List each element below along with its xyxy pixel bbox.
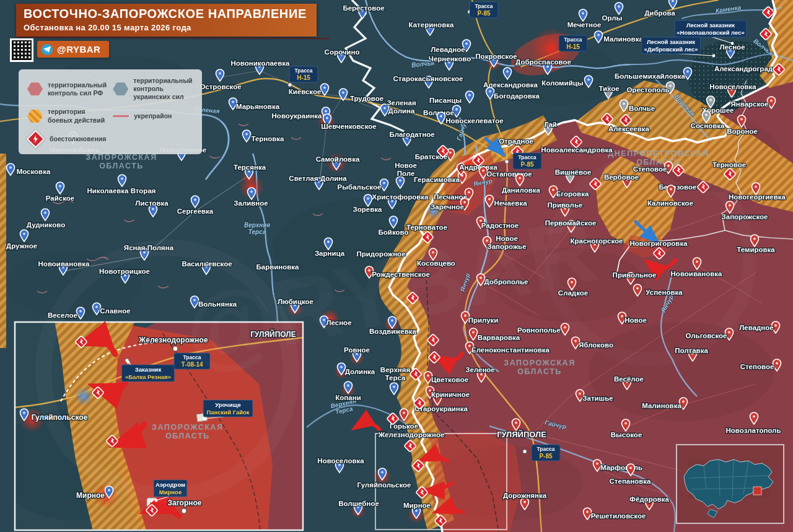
town-label: Волшебное bbox=[338, 500, 379, 507]
svg-text:Трасса: Трасса bbox=[183, 354, 201, 360]
town-label: Берестовое bbox=[343, 4, 384, 12]
svg-text:«Балка Резная»: «Балка Резная» bbox=[125, 373, 171, 380]
town-label: Новогеоргиевка bbox=[729, 193, 786, 201]
town-label: Егоровка bbox=[556, 190, 589, 198]
town-label: ГУЛЯЙПОЛЕ bbox=[250, 329, 296, 339]
town: Железнодорожное bbox=[378, 431, 445, 438]
combat-zone-icon bbox=[27, 110, 43, 123]
town-label: Красногорское bbox=[571, 237, 623, 245]
town-label: Новоселовка bbox=[709, 83, 756, 90]
town-label: Новоскелеватое bbox=[445, 117, 503, 124]
town-label: Гуляйпольское bbox=[357, 481, 411, 489]
svg-text:«Дибровский лес»: «Дибровский лес» bbox=[644, 46, 698, 53]
town-label: Сладкое bbox=[558, 289, 588, 297]
town-label: Писанцы bbox=[429, 97, 462, 104]
town-label: Даниловка bbox=[502, 186, 541, 194]
town-label: Левадное bbox=[431, 46, 465, 53]
svg-text:Трасса: Трасса bbox=[518, 154, 536, 160]
rybar-banner[interactable]: @RYBAR bbox=[37, 41, 109, 58]
town-label: Первомайское bbox=[545, 219, 597, 227]
svg-text:Р-85: Р-85 bbox=[520, 161, 534, 168]
town-label: Сергеевка bbox=[177, 207, 214, 215]
town-label: Зеленое bbox=[465, 366, 495, 373]
town-label: Еленоконстантиновка bbox=[471, 346, 550, 354]
title-block: ВОСТОЧНО-ЗАПОРОЖСКОЕ НАПРАВЛЕНИЕ Обстано… bbox=[16, 4, 317, 37]
svg-text:Аэродром: Аэродром bbox=[156, 481, 185, 488]
town-label: Затишье bbox=[582, 395, 613, 402]
town-label: ГУЛЯЙПОЛЕ bbox=[497, 430, 546, 439]
town-label: Коломийцы bbox=[541, 79, 584, 87]
town-label: Ясная Поляна bbox=[124, 244, 174, 251]
town-label: Александроград bbox=[714, 65, 773, 72]
town: Барвиновка bbox=[256, 263, 299, 271]
town-label: Мечетное bbox=[567, 21, 602, 28]
junction-dot bbox=[505, 160, 509, 164]
town-label: Славное bbox=[100, 307, 130, 315]
town-label: Терновое bbox=[712, 161, 746, 168]
town-label: Заречное bbox=[431, 203, 464, 211]
town-label: Решетиловское bbox=[591, 512, 646, 520]
town-label: Сосновка bbox=[691, 122, 725, 129]
town: Терновое bbox=[712, 161, 746, 168]
town-label: Вишнёвое bbox=[555, 168, 592, 176]
town-label: Новониколаевка bbox=[231, 59, 291, 67]
blue-glow bbox=[74, 387, 93, 406]
road-sign: ТрассаТ-08-14 bbox=[174, 353, 210, 369]
river-label: Верхняя bbox=[244, 222, 270, 229]
town-label: Нечаевка bbox=[494, 199, 527, 207]
town-label: Калиновское bbox=[647, 199, 693, 207]
svg-text:Трасса: Трасса bbox=[537, 446, 554, 452]
town-label: Покровское bbox=[475, 53, 517, 60]
town-label: Алексеевка bbox=[608, 125, 649, 133]
town-label: Мирное bbox=[403, 502, 431, 509]
legend-item-combat-zone: территория боевых действий bbox=[27, 108, 107, 124]
svg-text:Н-15: Н-15 bbox=[566, 43, 580, 50]
town-label: Новотроицкое bbox=[99, 268, 150, 275]
town-label: Васильевское bbox=[182, 260, 232, 268]
svg-text:Лесной заказник: Лесной заказник bbox=[686, 22, 735, 28]
map-legend: территориальный контроль сил РФ территор… bbox=[19, 69, 202, 154]
legend-item-clashes: боестолкновения bbox=[27, 131, 107, 147]
town: Алексеевка bbox=[608, 125, 649, 133]
town-label: Любицкое bbox=[278, 298, 313, 305]
town-label: Терноватое bbox=[406, 224, 447, 231]
town-label: Полтавка bbox=[675, 347, 708, 354]
svg-text:Т-08-14: Т-08-14 bbox=[181, 361, 203, 368]
town-label: Цветковое bbox=[431, 376, 468, 383]
town-label: НовоеПоле bbox=[395, 162, 417, 177]
town-label: Криничное bbox=[431, 391, 470, 398]
town-label: Ровное bbox=[344, 346, 370, 354]
town-label: Гай bbox=[545, 121, 557, 128]
town-label: Марьяновка bbox=[236, 103, 280, 110]
town-label: Большемихайловка bbox=[615, 72, 686, 80]
locator-highlight bbox=[753, 487, 761, 495]
svg-text:Р-85: Р-85 bbox=[477, 10, 491, 17]
town-label: Рождественское bbox=[372, 271, 430, 278]
river-label: Терса bbox=[248, 229, 266, 235]
town-label: Христофоровка bbox=[372, 193, 429, 201]
legend-item-rf-control: территориальный контроль сил РФ bbox=[27, 77, 107, 101]
town-label: Зоревка bbox=[353, 206, 382, 213]
town-label: Веселое bbox=[48, 312, 77, 319]
svg-text:Урочище: Урочище bbox=[215, 401, 241, 408]
town-label: Радостное bbox=[481, 222, 519, 229]
town-label: Доброполье bbox=[484, 278, 528, 286]
town: Отрадное bbox=[499, 137, 533, 145]
town-label: Фёдоровка bbox=[629, 495, 669, 503]
ua-control-icon bbox=[113, 82, 128, 96]
town-label: Копани bbox=[335, 394, 361, 401]
town-label: Волчье bbox=[629, 105, 655, 112]
town-label: Загорное bbox=[168, 499, 202, 507]
town-label: Степовое bbox=[740, 363, 774, 370]
junction-dot bbox=[288, 83, 292, 87]
town-label: Сорочино bbox=[325, 48, 360, 56]
town-label: Левадное bbox=[739, 324, 773, 331]
ukraine-locator bbox=[677, 445, 784, 523]
svg-text:«Новопавловский лес»: «Новопавловский лес» bbox=[677, 29, 745, 36]
town-label: Березовое bbox=[659, 183, 697, 191]
town-label: Новогригоровка bbox=[629, 240, 688, 247]
town-label: Ольговское bbox=[685, 332, 727, 339]
svg-text:Заказник: Заказник bbox=[135, 366, 162, 373]
town: ГУЛЯЙПОЛЕ bbox=[250, 329, 296, 339]
town: Александроград bbox=[714, 65, 773, 72]
